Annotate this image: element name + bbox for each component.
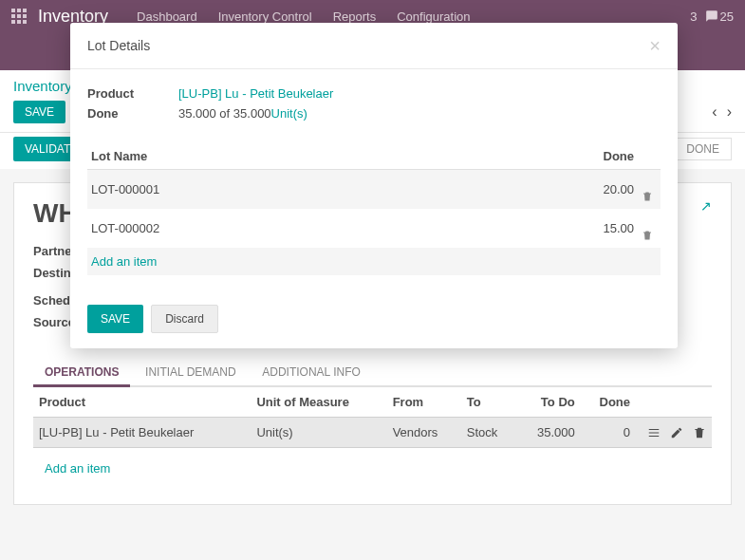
unit-link[interactable]: Unit(s) <box>271 106 307 121</box>
lot-table: Lot Name Done LOT-000001 20.00 LOT-00000… <box>87 143 661 275</box>
lot-add-item-link[interactable]: Add an item <box>91 254 157 269</box>
lot-col-name: Lot Name <box>87 143 486 170</box>
modal-title: Lot Details <box>87 38 150 53</box>
modal-label-product: Product <box>87 86 178 101</box>
close-icon[interactable]: × <box>649 36 661 55</box>
trash-icon[interactable] <box>642 177 657 202</box>
lot-col-done: Done <box>486 143 638 170</box>
modal-done-qty: 35.000 of 35.000Unit(s) <box>178 106 307 121</box>
lot-row-name[interactable]: LOT-000001 <box>87 170 486 210</box>
lot-row[interactable]: LOT-000002 15.00 <box>87 209 661 248</box>
lot-details-modal: Lot Details × Product [LU-PB] Lu - Petit… <box>70 23 678 348</box>
modal-save-button[interactable]: SAVE <box>87 305 143 333</box>
trash-icon[interactable] <box>642 215 657 241</box>
modal-product-link[interactable]: [LU-PB] Lu - Petit Beukelaer <box>178 86 333 101</box>
lot-row-name[interactable]: LOT-000002 <box>87 209 486 248</box>
lot-row[interactable]: LOT-000001 20.00 <box>87 170 661 210</box>
modal-discard-button[interactable]: Discard <box>151 305 218 333</box>
lot-row-done[interactable]: 20.00 <box>486 170 638 210</box>
modal-label-done: Done <box>87 106 178 121</box>
lot-row-done[interactable]: 15.00 <box>486 209 638 248</box>
